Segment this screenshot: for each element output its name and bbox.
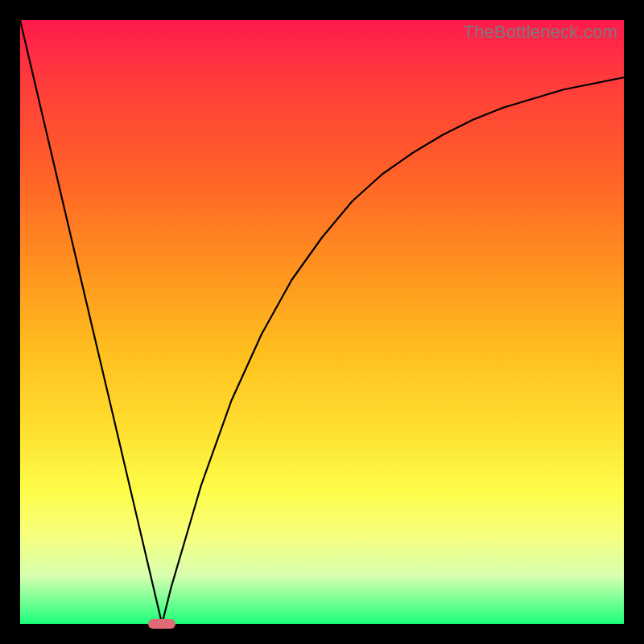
curve-svg <box>20 20 624 624</box>
plot-area: TheBottleneck.com <box>20 20 624 624</box>
bottleneck-curve <box>20 20 624 624</box>
minimum-marker <box>148 619 175 629</box>
chart-frame: TheBottleneck.com <box>0 0 644 644</box>
